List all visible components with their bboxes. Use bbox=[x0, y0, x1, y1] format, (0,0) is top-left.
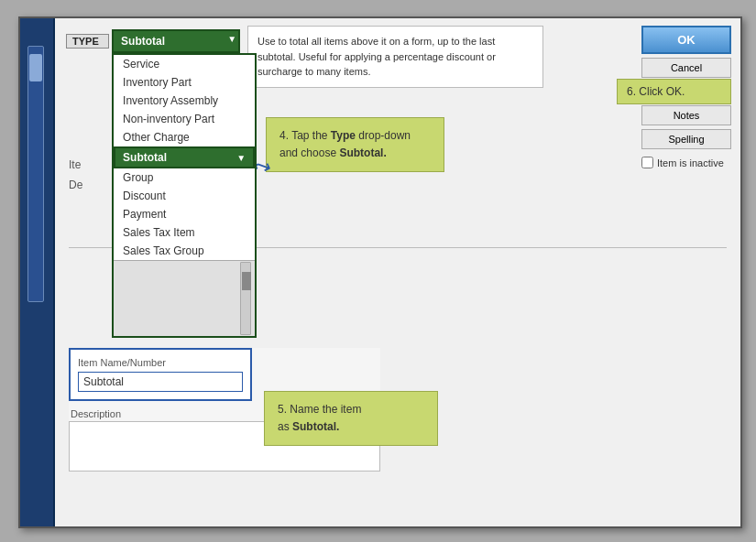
instruction5-subtotal-bold: Subtotal. bbox=[292, 420, 339, 433]
type-dropdown-selected[interactable]: Subtotal bbox=[112, 29, 240, 53]
spelling-button[interactable]: Spelling bbox=[641, 129, 731, 149]
left-sidebar bbox=[20, 18, 55, 526]
dropdown-scroll-bar bbox=[114, 260, 255, 336]
dropdown-scrollbar-thumb bbox=[242, 272, 251, 290]
instruction4-type-bold: Type bbox=[331, 129, 356, 142]
dropdown-item-discount[interactable]: Discount bbox=[114, 187, 255, 205]
instruction4-subtotal-bold: Subtotal. bbox=[339, 146, 386, 159]
instruction6-text: 6. Click OK. bbox=[627, 85, 685, 98]
instruction-balloon-6: 6. Click OK. bbox=[617, 79, 731, 104]
info-balloon: Use to total all items above it on a for… bbox=[247, 26, 543, 88]
dropdown-item-inventory-assembly[interactable]: Inventory Assembly bbox=[114, 92, 255, 110]
type-label: TYPE bbox=[66, 34, 109, 49]
content-area: TYPE Subtotal ▼ Service Inventory Part I… bbox=[55, 18, 740, 526]
dropdown-item-other-charge[interactable]: Other Charge bbox=[114, 128, 255, 146]
dropdown-item-non-inventory[interactable]: Non-inventory Part bbox=[114, 110, 255, 128]
name-input-field[interactable] bbox=[78, 372, 243, 392]
name-input-box: Item Name/Number bbox=[69, 348, 252, 401]
type-dropdown[interactable]: Subtotal ▼ Service Inventory Part Invent… bbox=[112, 29, 240, 53]
dropdown-scrollbar-track bbox=[240, 262, 251, 335]
inactive-label: Item is inactive bbox=[657, 157, 724, 168]
dropdown-menu: Service Inventory Part Inventory Assembl… bbox=[112, 53, 257, 338]
item-label-row: Ite bbox=[69, 158, 81, 171]
sidebar-scrollbar bbox=[27, 46, 44, 302]
description-label-row: De bbox=[69, 179, 82, 191]
desc-field-label: De bbox=[69, 179, 82, 191]
sidebar-scroll-thumb bbox=[29, 54, 42, 81]
main-dialog: TYPE Subtotal ▼ Service Inventory Part I… bbox=[18, 16, 742, 528]
ok-button[interactable]: OK bbox=[641, 26, 731, 54]
cancel-button[interactable]: Cancel bbox=[641, 58, 731, 78]
type-label-container: TYPE Subtotal ▼ Service Inventory Part I… bbox=[66, 29, 240, 53]
dropdown-selected-arrow-icon: ▼ bbox=[236, 153, 246, 163]
dropdown-item-service[interactable]: Service bbox=[114, 55, 255, 73]
instruction-balloon-5: 5. Name the itemas Subtotal. bbox=[264, 391, 438, 446]
inactive-checkbox[interactable] bbox=[641, 157, 653, 168]
dropdown-item-sales-tax[interactable]: Sales Tax Item bbox=[114, 223, 255, 242]
dropdown-item-sales-tax-group[interactable]: Sales Tax Group bbox=[114, 242, 255, 260]
dropdown-item-payment[interactable]: Payment bbox=[114, 205, 255, 223]
dropdown-item-subtotal[interactable]: Subtotal ▼ bbox=[114, 146, 255, 168]
instruction4-text1: 4. Tap the bbox=[279, 129, 331, 142]
instruction-balloon-4: 4. Tap the Type drop-downand choose Subt… bbox=[266, 117, 444, 172]
notes-button[interactable]: Notes bbox=[641, 105, 731, 125]
dropdown-item-inventory-part[interactable]: Inventory Part bbox=[114, 73, 255, 92]
dropdown-item-group[interactable]: Group bbox=[114, 168, 255, 187]
name-input-label: Item Name/Number bbox=[78, 357, 243, 368]
info-text: Use to total all items above it on a for… bbox=[257, 36, 496, 77]
inactive-checkbox-row: Item is inactive bbox=[641, 157, 731, 168]
item-field-label: Ite bbox=[69, 158, 81, 171]
dropdown-arrow-icon: ▼ bbox=[227, 34, 236, 44]
